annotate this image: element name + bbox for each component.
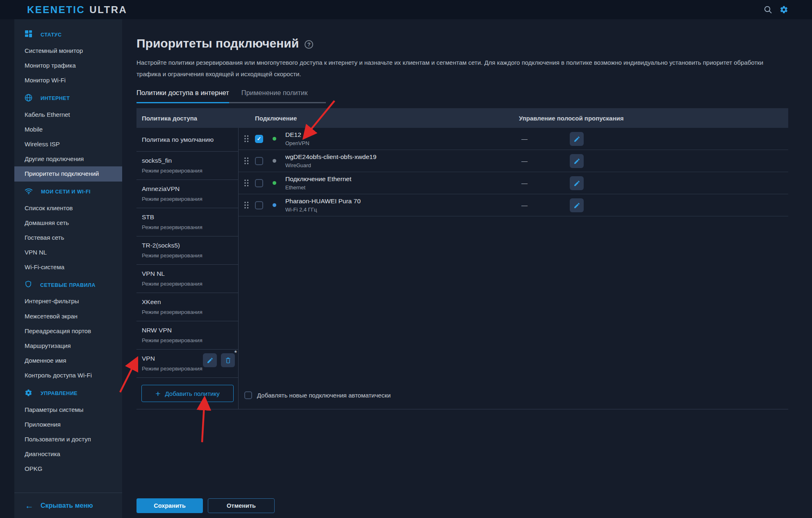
connection-type: WireGuard: [285, 162, 376, 168]
policy-name: NRW VPN: [142, 327, 238, 334]
drag-handle-icon[interactable]: [244, 135, 249, 143]
brand-primary: KEENETIC: [27, 4, 85, 16]
connection-list: DE12 OpenVPN — wgDE24obfs-client-: [239, 128, 788, 409]
policy-row-vpn[interactable]: VPN Режим резервирования *: [136, 350, 238, 378]
sidebar-item-wifi-access-control[interactable]: Контроль доступа Wi-Fi: [14, 368, 122, 383]
status-dot: [273, 137, 276, 141]
hide-menu-button[interactable]: ← Скрывать меню: [14, 493, 122, 518]
sidebar-item-system-monitor[interactable]: Системный монитор: [14, 43, 122, 58]
delete-policy-button[interactable]: *: [221, 353, 235, 367]
sidebar-item-port-forwarding[interactable]: Переадресация портов: [14, 324, 122, 339]
status-dot: [273, 181, 276, 185]
policy-name: TR-2(socks5): [142, 242, 238, 249]
sidebar-item-wifi-system[interactable]: Wi-Fi-система: [14, 260, 122, 275]
connection-type: OpenVPN: [285, 140, 309, 146]
pencil-icon: [573, 136, 580, 143]
drag-handle-icon[interactable]: [244, 157, 249, 165]
sidebar-item-guest-network[interactable]: Гостевая сеть: [14, 230, 122, 245]
connection-type: Wi-Fi 2,4 ГГц: [285, 207, 361, 213]
policy-row-socks5-fin[interactable]: socks5_fin Режим резервирования: [136, 152, 238, 180]
connection-name: Подключение Ethernet: [285, 175, 351, 183]
sidebar-item-traffic-monitor[interactable]: Монитор трафика: [14, 58, 122, 73]
brand-secondary: ULTRA: [89, 4, 127, 16]
auto-add-connections-row: Добавлять новые подключения автоматическ…: [244, 391, 391, 399]
policy-row-default[interactable]: Политика по умолчанию: [136, 128, 238, 152]
drag-handle-icon[interactable]: [244, 201, 249, 209]
column-header-bandwidth: Управление полосой пропускания: [519, 115, 624, 122]
sidebar-section-status: СТАТУС: [14, 26, 122, 43]
tab-policy-application[interactable]: Применение политик: [241, 89, 308, 102]
sidebar-item-ethernet-cable[interactable]: Кабель Ethernet: [14, 107, 122, 122]
edit-bandwidth-button[interactable]: [570, 176, 584, 190]
connection-checkbox[interactable]: [255, 179, 263, 187]
settings-gear-icon[interactable]: [779, 5, 788, 14]
auto-add-checkbox[interactable]: [244, 391, 252, 399]
sidebar-item-firewall[interactable]: Межсетевой экран: [14, 309, 122, 324]
edit-bandwidth-button[interactable]: [570, 132, 584, 146]
sidebar-item-users-access[interactable]: Пользователи и доступ: [14, 432, 122, 447]
hide-menu-label: Скрывать меню: [41, 502, 93, 509]
sidebar-item-internet-filters[interactable]: Интернет-фильтры: [14, 294, 122, 309]
connection-checkbox[interactable]: [255, 135, 263, 143]
sidebar-item-wireless-isp[interactable]: Wireless ISP: [14, 137, 122, 152]
policy-mode-label: Режим резервирования: [142, 224, 238, 230]
sidebar-section-label: СТАТУС: [41, 32, 61, 38]
tab-access-policies[interactable]: Политики доступа в интернет: [136, 89, 229, 103]
connection-name: wgDE24obfs-client-obfs-xwde19: [285, 153, 376, 161]
sidebar-section-label: ИНТЕРНЕТ: [41, 95, 70, 101]
edit-policy-button[interactable]: [203, 353, 217, 367]
sidebar-section-label: МОИ СЕТИ И WI-FI: [41, 189, 91, 195]
brand-logo: KEENETIC ULTRA: [27, 4, 127, 16]
policy-row-tr2-socks5[interactable]: TR-2(socks5) Режим резервирования: [136, 236, 238, 265]
gear-icon: [25, 389, 32, 398]
policy-row-stb[interactable]: STB Режим резервирования: [136, 208, 238, 236]
sidebar-item-diagnostics[interactable]: Диагностика: [14, 447, 122, 461]
page-description: Настройте политики резервирования или мн…: [136, 57, 788, 80]
pencil-icon: [573, 202, 580, 209]
sidebar-item-other-connections[interactable]: Другие подключения: [14, 152, 122, 166]
sidebar-section-internet: ИНТЕРНЕТ: [14, 90, 122, 107]
policy-table: Политика доступа Подключение Управление …: [136, 108, 788, 409]
sidebar-item-opkg[interactable]: OPKG: [14, 461, 122, 476]
policy-name: STB: [142, 214, 238, 221]
policy-row-nrw-vpn[interactable]: NRW VPN Режим резервирования: [136, 321, 238, 350]
policy-mode-label: Режим резервирования: [142, 337, 238, 343]
policy-row-vpn-nl[interactable]: VPN NL Режим резервирования: [136, 265, 238, 293]
unsaved-marker: *: [234, 349, 237, 357]
policy-row-xkeen[interactable]: XKeen Режим резервирования: [136, 293, 238, 321]
sidebar-section-my-networks: МОИ СЕТИ И WI-FI: [14, 183, 122, 201]
connection-row-pharaon: Pharaon-HUAWEI Pura 70 Wi-Fi 2,4 ГГц —: [239, 194, 788, 216]
policy-mode-label: Режим резервирования: [142, 168, 238, 174]
sidebar-item-domain-name[interactable]: Доменное имя: [14, 353, 122, 368]
left-arrow-icon: ←: [25, 501, 34, 510]
connection-checkbox[interactable]: [255, 201, 263, 209]
save-button[interactable]: Сохранить: [136, 498, 203, 513]
sidebar-item-applications[interactable]: Приложения: [14, 417, 122, 432]
policy-name: AmneziaVPN: [142, 185, 238, 193]
search-icon[interactable]: [763, 5, 772, 14]
edit-bandwidth-button[interactable]: [570, 154, 584, 168]
edit-bandwidth-button[interactable]: [570, 198, 584, 212]
help-icon[interactable]: ?: [305, 40, 313, 49]
shield-icon: [25, 280, 32, 290]
drag-handle-icon[interactable]: [244, 179, 249, 187]
add-policy-label: Добавить политику: [165, 390, 220, 397]
status-dot: [273, 203, 276, 207]
sidebar-item-connection-priorities[interactable]: Приоритеты подключений: [14, 166, 122, 181]
sidebar-item-home-network[interactable]: Домашняя сеть: [14, 216, 122, 230]
sidebar-item-routing[interactable]: Маршрутизация: [14, 339, 122, 353]
policy-row-amneziavpn[interactable]: AmneziaVPN Режим резервирования: [136, 180, 238, 208]
trash-icon: [225, 357, 232, 364]
sidebar: СТАТУС Системный монитор Монитор трафика…: [14, 19, 122, 518]
sidebar-item-client-list[interactable]: Список клиентов: [14, 201, 122, 216]
policy-mode-label: Режим резервирования: [142, 281, 238, 287]
cancel-button[interactable]: Отменить: [208, 498, 275, 513]
sidebar-item-system-settings[interactable]: Параметры системы: [14, 402, 122, 417]
sidebar-item-mobile[interactable]: Mobile: [14, 122, 122, 137]
sidebar-item-vpn-nl[interactable]: VPN NL: [14, 245, 122, 260]
connection-checkbox[interactable]: [255, 157, 263, 165]
add-policy-button[interactable]: + Добавить политику: [141, 385, 234, 402]
tab-bar: Политики доступа в интернет Применение п…: [136, 89, 326, 103]
sidebar-item-wifi-monitor[interactable]: Монитор Wi-Fi: [14, 73, 122, 88]
sidebar-section-label: СЕТЕВЫЕ ПРАВИЛА: [40, 282, 96, 288]
